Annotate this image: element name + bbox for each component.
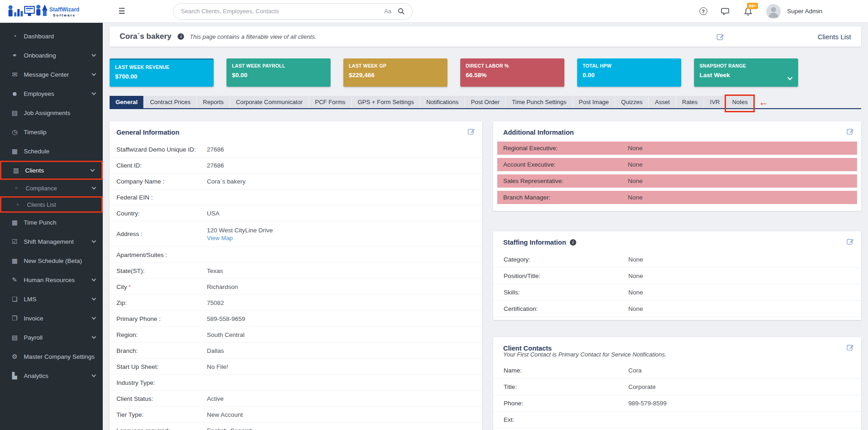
chat-icon[interactable]	[721, 7, 730, 15]
staffwizard-logo-graphic: StaffWizard Software	[6, 2, 79, 21]
info-row: State(ST):Texas	[110, 263, 482, 279]
sidebar-item-label: Job Assignments	[24, 110, 70, 116]
edit-additional-info-icon[interactable]	[847, 128, 854, 136]
tab-ivr[interactable]: IVR	[704, 96, 726, 108]
field-label: Address :	[116, 231, 207, 237]
sidebar-item-shift-management[interactable]: ☑Shift Management	[0, 232, 103, 251]
payroll-icon: ▤	[9, 334, 20, 341]
field-label: Company Name :	[116, 178, 207, 185]
notifications-bell-icon[interactable]: 99+	[744, 7, 752, 16]
sidebar-item-clients[interactable]: ▥Clients	[0, 161, 103, 180]
field-value: 75082	[207, 299, 224, 306]
sidebar-item-label: New Schedule (Beta)	[24, 257, 82, 264]
field-label: Sales Representative:	[503, 178, 628, 184]
sidebar-item-dashboard[interactable]: ◔Dashboard	[0, 26, 103, 46]
edit-page-icon[interactable]	[716, 33, 724, 42]
info-row: Branch:Dallas	[110, 343, 482, 359]
tab-reports[interactable]: Reports	[197, 96, 230, 108]
field-label: Position/Title:	[504, 273, 628, 279]
main-content: Cora´s bakery i This page contains a fil…	[103, 23, 868, 430]
sidebar-item-clients-list[interactable]: ○Clients List	[0, 196, 103, 213]
info-row: Ext:	[493, 412, 861, 428]
job-assignments-icon: ▤	[9, 109, 20, 116]
field-value: None	[628, 194, 642, 201]
sidebar-item-job-assignments[interactable]: ▤Job Assignments	[0, 103, 103, 122]
field-label: Federal EIN :	[116, 194, 207, 201]
sidebar-item-message-center[interactable]: ✉Message Center	[0, 65, 103, 84]
invoice-icon: ❐	[9, 315, 20, 322]
tab-time-punch-settings[interactable]: Time Punch Settings	[506, 96, 573, 108]
app-logo[interactable]: StaffWizard Software	[0, 0, 103, 23]
kpi-value: $0.00	[232, 72, 325, 79]
info-row-highlighted: Sales Representative:None	[497, 174, 857, 188]
view-map-link[interactable]: View Map	[207, 235, 273, 241]
field-value: Corporate	[628, 383, 656, 390]
edit-client-contacts-icon[interactable]	[847, 344, 854, 352]
kpi-value: Last Week	[700, 72, 793, 79]
sidebar-item-new-schedule-beta[interactable]: ▦New Schedule (Beta)	[0, 251, 103, 270]
edit-general-info-icon[interactable]	[468, 128, 475, 136]
tab-asset[interactable]: Asset	[649, 96, 676, 108]
tab-contract-prices[interactable]: Contract Prices	[144, 96, 197, 108]
text-case-hint[interactable]: Aa	[384, 8, 391, 15]
sidebar-item-payroll[interactable]: ▤Payroll	[0, 328, 103, 347]
tab-gps-form-settings[interactable]: GPS + Form Settings	[352, 96, 420, 108]
tab-notes[interactable]: Notes	[726, 96, 754, 108]
chevron-down-icon	[92, 185, 96, 189]
sidebar-item-label: Message Center	[24, 71, 69, 78]
field-value: None	[628, 305, 643, 312]
tab-rates[interactable]: Rates	[676, 96, 704, 108]
field-label: Phone:	[504, 400, 628, 407]
info-row: Tier Type:New Account	[110, 407, 482, 423]
tab-post-image[interactable]: Post Image	[573, 96, 615, 108]
avatar[interactable]	[766, 4, 781, 19]
sidebar-item-timeslip[interactable]: ◷Timeslip	[0, 122, 103, 142]
sidebar-item-invoice[interactable]: ❐Invoice	[0, 309, 103, 328]
sidebar-item-schedule[interactable]: ▦Schedule	[0, 142, 103, 161]
field-label: Tier Type:	[116, 411, 207, 418]
user-name[interactable]: Super Admin	[787, 8, 822, 15]
kpi-snapshot-range-dropdown[interactable]: SNAPSHOT RANGELast Week	[694, 58, 798, 87]
global-search: Aa	[173, 3, 413, 20]
breadcrumb[interactable]: Clients List	[818, 33, 851, 41]
search-input[interactable]	[181, 8, 384, 15]
edit-staffing-info-icon[interactable]	[847, 238, 854, 246]
tab-corporate-communicator[interactable]: Corporate Communicator	[230, 96, 309, 108]
sidebar-item-time-punch[interactable]: ▦Time Punch	[0, 213, 103, 232]
field-value: None	[628, 273, 643, 279]
tab-pcf-forms[interactable]: PCF Forms	[309, 96, 352, 108]
sidebar-item-master-company-settings[interactable]: ⚙Master Company Settings	[0, 347, 103, 366]
panel-title: General Information	[116, 129, 179, 136]
sidebar-item-compliance[interactable]: ○Compliance	[0, 180, 103, 196]
sidebar-item-employees[interactable]: ☻Employees	[0, 84, 103, 103]
field-label: Industry Type:	[116, 379, 207, 386]
sidebar-item-label: Dashboard	[24, 33, 54, 40]
info-row: Federal EIN :	[110, 189, 482, 205]
tab-general[interactable]: General	[110, 96, 144, 108]
field-value: None	[628, 178, 642, 184]
field-label: City	[116, 283, 127, 290]
field-value: Cora´s bakery	[207, 178, 246, 185]
kpi-label: LAST WEEK REVENUE	[115, 64, 208, 70]
sidebar-item-label: Timeslip	[24, 129, 47, 136]
sidebar-item-analytics[interactable]: ▙Analytics	[0, 366, 103, 385]
info-row: Certification:None	[493, 301, 861, 317]
sidebar-item-label: Compliance	[26, 185, 57, 192]
info-row: Skills:None	[493, 284, 861, 301]
sidebar-item-lms[interactable]: ❏LMS	[0, 289, 103, 309]
tab-quizzes[interactable]: Quizzes	[615, 96, 649, 108]
chevron-down-icon	[92, 334, 96, 339]
kpi-value: 66.58%	[466, 72, 559, 79]
sidebar-item-human-resources[interactable]: ✎Human Resources	[0, 270, 103, 289]
kpi-value: 0.00	[583, 72, 676, 79]
search-icon[interactable]	[398, 8, 405, 15]
help-glyph: ?	[700, 7, 707, 15]
hamburger-menu-icon[interactable]: ☰	[118, 6, 125, 16]
kpi-label: DIRECT LABOR %	[466, 63, 559, 68]
notification-count-badge: 99+	[747, 3, 758, 9]
general-information-panel: General Information Staffwizard Demo Uni…	[110, 121, 482, 430]
help-icon[interactable]: ?	[700, 7, 707, 15]
tab-notifications[interactable]: Notifications	[420, 96, 465, 108]
sidebar-item-onboarding[interactable]: ⚭Onboarding	[0, 46, 103, 65]
tab-post-order[interactable]: Post Order	[465, 96, 506, 108]
